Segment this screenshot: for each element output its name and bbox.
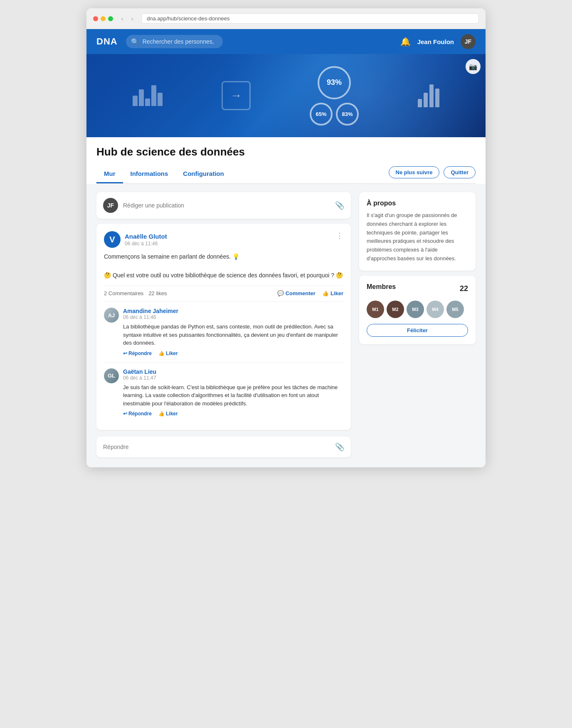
- comment-1-date: 06 déc à 11:46: [123, 314, 343, 320]
- search-input[interactable]: [126, 35, 223, 48]
- member-avatar-3: M3: [407, 301, 424, 318]
- post-menu-button[interactable]: ⋮: [336, 231, 343, 240]
- navbar-username: Jean Foulon: [417, 38, 454, 45]
- browser-dots: [93, 16, 113, 21]
- hero-stat-2: 65%: [310, 103, 333, 126]
- tab-mur[interactable]: Mur: [96, 165, 123, 183]
- dot-red[interactable]: [93, 16, 98, 21]
- comment-body-2: Gaëtan Lieu 06 déc à 11:47 Je suis fan d…: [123, 368, 343, 417]
- comment-2-actions: ↩ Répondre 👍 Liker: [123, 411, 343, 417]
- comment-1-like-button[interactable]: 👍 Liker: [158, 350, 178, 356]
- post-text-line2: 🤔 Quel est votre outil ou votre biblioth…: [104, 271, 343, 280]
- celebrate-button[interactable]: Féliciter: [367, 324, 468, 337]
- content-layout: JF 📎 V Anaëlle Glutot 06 déc à 11: [96, 192, 476, 457]
- about-title: À propos: [367, 200, 468, 207]
- tabs-right: Ne plus suivre Quitter: [389, 166, 476, 183]
- tabs-left: Mur Informations Configuration: [96, 165, 232, 183]
- browser-nav: ‹ ›: [118, 15, 136, 23]
- post-date: 06 déc à 11:46: [125, 241, 167, 247]
- members-card: Membres 22 M1 M2 M3: [359, 276, 476, 344]
- like-button[interactable]: 👍 Liker: [322, 290, 343, 296]
- camera-button[interactable]: 📷: [466, 59, 481, 74]
- like-icon: 👍: [322, 290, 329, 296]
- reply-attach-icon[interactable]: 📎: [335, 442, 344, 452]
- comment-body-1: Amandine Jaheimer 06 déc à 11:46 La bibl…: [123, 308, 343, 356]
- comment-2-text: Je suis fan de scikit-learn. C'est la bi…: [123, 383, 343, 408]
- comment-item: AJ Amandine Jaheimer 06 déc à 11:46 La b…: [104, 301, 343, 362]
- reply-input[interactable]: [103, 444, 330, 450]
- compose-avatar: JF: [103, 198, 118, 213]
- comment-button[interactable]: 💬 Commenter: [277, 290, 316, 296]
- reply-icon: ↩: [123, 350, 127, 356]
- unfollow-button[interactable]: Ne plus suivre: [389, 166, 440, 178]
- hero-stat-1: 93%: [318, 66, 351, 99]
- nav-forward-icon[interactable]: ›: [128, 15, 136, 23]
- comments-section: AJ Amandine Jaheimer 06 déc à 11:46 La b…: [104, 301, 343, 422]
- comment-2-date: 06 déc à 11:47: [123, 375, 343, 381]
- browser-chrome: ‹ › dna.app/hub/science-des-donnees: [86, 8, 486, 29]
- comment-icon: 💬: [277, 290, 284, 296]
- likes-count: 22 likes: [148, 290, 167, 296]
- about-text: Il s'agit d'un groupe de passionnés de d…: [367, 211, 468, 263]
- comments-count: 2 Commentaires: [104, 290, 143, 296]
- page-title: Hub de science des données: [96, 146, 476, 158]
- member-avatar-5: M5: [446, 301, 464, 318]
- comment-avatar-2: GL: [104, 368, 119, 383]
- member-avatar-4: M4: [427, 301, 444, 318]
- comment-1-reply-button[interactable]: ↩ Répondre: [123, 350, 152, 356]
- member-avatar-2: M2: [387, 301, 404, 318]
- comment-item-2: GL Gaëtan Lieu 06 déc à 11:47 Je suis fa…: [104, 362, 343, 423]
- members-title: Membres: [367, 283, 396, 291]
- post-author-details: Anaëlle Glutot 06 déc à 11:46: [125, 233, 167, 247]
- avatar-initials: JF: [465, 38, 471, 45]
- browser-window: ‹ › dna.app/hub/science-des-donnees DNA …: [86, 8, 486, 467]
- attach-icon[interactable]: 📎: [335, 201, 344, 210]
- reply-box: 📎: [96, 437, 351, 457]
- page-header: Hub de science des données Mur Informati…: [86, 137, 486, 184]
- post-actions: 💬 Commenter 👍 Liker: [277, 290, 343, 296]
- post-stats-left: 2 Commentaires 22 likes: [104, 290, 167, 296]
- feed-column: JF 📎 V Anaëlle Glutot 06 déc à 11: [96, 192, 351, 457]
- thumbs-up-icon: 👍: [158, 350, 165, 356]
- notification-bell-icon[interactable]: 🔔: [400, 37, 411, 47]
- navbar-avatar[interactable]: JF: [461, 34, 476, 49]
- sidebar-column: À propos Il s'agit d'un groupe de passio…: [359, 192, 476, 457]
- comment-1-author: Amandine Jaheimer: [123, 308, 343, 314]
- post-card: V Anaëlle Glutot 06 déc à 11:46 ⋮ Commen…: [96, 224, 351, 430]
- hero-decorative: → 93% 65% 83%: [86, 54, 486, 137]
- members-header: Membres 22: [367, 283, 468, 295]
- member-avatar-1: M1: [367, 301, 384, 318]
- comment-avatar-1: AJ: [104, 308, 119, 323]
- post-header: V Anaëlle Glutot 06 déc à 11:46 ⋮: [104, 231, 343, 248]
- navbar: DNA 🔍 🔔 Jean Foulon JF: [86, 29, 486, 54]
- post-author-name: Anaëlle Glutot: [125, 233, 167, 240]
- navbar-logo: DNA: [96, 36, 118, 47]
- comment-1-actions: ↩ Répondre 👍 Liker: [123, 350, 343, 356]
- main-container: Hub de science des données Mur Informati…: [86, 137, 486, 467]
- post-stats: 2 Commentaires 22 likes 💬 Commenter 👍 Li…: [104, 286, 343, 296]
- post-author-info: V Anaëlle Glutot 06 déc à 11:46: [104, 231, 167, 248]
- about-card: À propos Il s'agit d'un groupe de passio…: [359, 192, 476, 271]
- navbar-right: 🔔 Jean Foulon JF: [400, 34, 476, 49]
- comment-2-reply-button[interactable]: ↩ Répondre: [123, 411, 152, 417]
- address-bar[interactable]: dna.app/hub/science-des-donnees: [141, 13, 479, 24]
- comment-2-like-button[interactable]: 👍 Liker: [158, 411, 178, 417]
- tab-configuration[interactable]: Configuration: [175, 165, 231, 183]
- search-wrapper: 🔍: [126, 35, 392, 48]
- post-avatar: V: [104, 231, 121, 248]
- tab-informations[interactable]: Informations: [123, 165, 176, 183]
- reply-icon-2: ↩: [123, 411, 127, 417]
- members-count: 22: [460, 284, 468, 293]
- dot-yellow[interactable]: [101, 16, 106, 21]
- compose-input[interactable]: [123, 202, 330, 209]
- nav-back-icon[interactable]: ‹: [118, 15, 126, 23]
- members-avatars: M1 M2 M3 M4 M5: [367, 301, 468, 318]
- hero-stat-3: 83%: [336, 103, 359, 126]
- post-body: Commençons la semaine en parlant de donn…: [104, 252, 343, 280]
- leave-button[interactable]: Quitter: [444, 166, 476, 178]
- comment-2-author: Gaëtan Lieu: [123, 368, 343, 375]
- thumbs-up-icon-2: 👍: [158, 411, 165, 417]
- post-avatar-letter: V: [109, 235, 115, 244]
- dot-green[interactable]: [108, 16, 113, 21]
- compose-box: JF 📎: [96, 192, 351, 219]
